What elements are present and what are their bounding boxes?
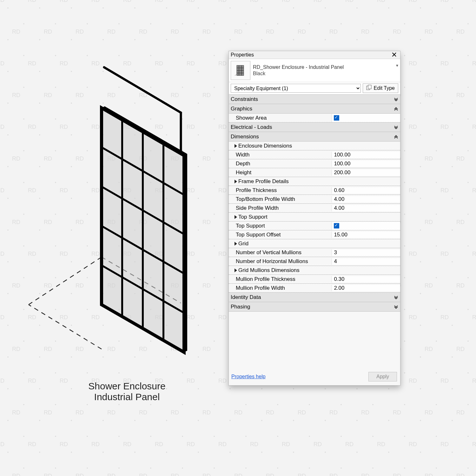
expand-icon <box>394 294 398 301</box>
apply-button[interactable]: Apply <box>368 372 397 381</box>
param-label: Top/Bottom Profile Width <box>229 196 332 202</box>
param-shower-area: Shower Area <box>229 114 400 122</box>
group-label: Graphics <box>231 106 252 112</box>
subgroup-frame-profile-details[interactable]: Frame Profile Details <box>229 177 400 186</box>
param-top-bottom-profile-width: Top/Bottom Profile Width4.00 <box>229 195 400 204</box>
triangle-right-icon <box>235 180 237 183</box>
param-label: Number of Horizontal Mullions <box>229 258 332 265</box>
param-label: Mullion Profile Width <box>229 285 332 291</box>
category-filter-dropdown[interactable]: Specialty Equipment (1) <box>231 84 361 93</box>
model-caption: Shower Enclosure Industrial Panel <box>63 381 190 402</box>
param-label: Top Support <box>229 223 332 229</box>
param-width: Width100.00 <box>229 150 400 159</box>
type-selector[interactable]: RD_Shower Enclosure - Industrial Panel B… <box>229 59 400 82</box>
subgroup-grid-mullions-dimensions[interactable]: Grid Mullions Dimensions <box>229 266 400 275</box>
group-label: Electrical - Loads <box>231 124 272 130</box>
svg-line-1 <box>29 257 102 305</box>
param-number-of-horizontal-mullions: Number of Horizontal Mullions4 <box>229 257 400 266</box>
param-height: Height200.00 <box>229 168 400 177</box>
param-label: Depth <box>229 161 332 167</box>
properties-grid: ConstraintsGraphicsShower AreaElectrical… <box>229 95 400 312</box>
collapse-icon <box>394 133 398 140</box>
caption-line2: Industrial Panel <box>63 392 190 402</box>
triangle-right-icon <box>235 268 237 272</box>
model-3d-view <box>25 60 222 378</box>
param-value-height[interactable]: 200.00 <box>332 169 400 176</box>
param-label: Height <box>229 169 332 176</box>
chevron-down-icon[interactable]: ▾ <box>396 63 398 68</box>
properties-panel: Properties ✕ RD_Shower Enclosure - Indus… <box>228 51 400 386</box>
checkbox-checked-icon[interactable] <box>334 223 339 228</box>
svg-line-14 <box>104 67 181 113</box>
group-phasing[interactable]: Phasing <box>229 302 400 312</box>
triangle-right-icon <box>235 144 237 148</box>
svg-rect-24 <box>368 85 371 89</box>
expand-icon <box>394 303 398 310</box>
triangle-right-icon <box>235 215 237 219</box>
param-value-top-bottom-profile-width[interactable]: 4.00 <box>332 196 400 202</box>
type-thumbnail <box>231 61 250 80</box>
subgroup-top-support[interactable]: Top Support <box>229 213 400 221</box>
param-value-mullion-profile-thickness[interactable]: 0.30 <box>332 276 400 282</box>
param-label: Profile Thickness <box>229 187 332 194</box>
edit-type-button[interactable]: Edit Type <box>363 83 398 93</box>
param-label: Top Support Offset <box>229 232 332 238</box>
param-label: Side Profile Width <box>229 205 332 211</box>
group-electrical-loads[interactable]: Electrical - Loads <box>229 122 400 132</box>
caption-line1: Shower Enclosure <box>63 381 190 392</box>
param-value-shower-area[interactable] <box>332 114 400 122</box>
expand-icon <box>394 123 398 131</box>
param-label: Mullion Profile Thickness <box>229 276 332 282</box>
svg-marker-12 <box>184 154 187 352</box>
param-mullion-profile-thickness: Mullion Profile Thickness0.30 <box>229 275 400 284</box>
param-label: Width <box>229 152 332 158</box>
subgroup-label: Frame Profile Details <box>229 178 330 185</box>
group-identity-data[interactable]: Identity Data <box>229 293 400 302</box>
group-graphics[interactable]: Graphics <box>229 104 400 114</box>
expand-icon <box>394 96 398 103</box>
group-label: Phasing <box>231 304 250 310</box>
subgroup-label: Grid Mullions Dimensions <box>229 267 330 274</box>
group-label: Identity Data <box>231 294 261 301</box>
param-top-support: Top Support <box>229 221 400 230</box>
param-value-side-profile-width[interactable]: 4.00 <box>332 205 400 211</box>
subgroup-label: Grid <box>229 241 330 247</box>
subgroup-enclosure-dimensions[interactable]: Enclosure Dimensions <box>229 142 400 150</box>
group-label: Dimensions <box>231 134 259 140</box>
param-profile-thickness: Profile Thickness0.60 <box>229 186 400 195</box>
param-value-profile-thickness[interactable]: 0.60 <box>332 187 400 194</box>
param-value-mullion-profile-width[interactable]: 2.00 <box>332 285 400 291</box>
group-label: Constraints <box>231 96 258 102</box>
edit-type-icon <box>366 85 372 92</box>
properties-help-link[interactable]: Properties help <box>231 374 266 380</box>
group-dimensions[interactable]: Dimensions <box>229 132 400 142</box>
param-label: Number of Vertical Mullions <box>229 249 332 256</box>
param-value-top-support-offset[interactable]: 15.00 <box>332 232 400 238</box>
param-mullion-profile-width: Mullion Profile Width2.00 <box>229 284 400 293</box>
type-name: RD_Shower Enclosure - Industrial Panel <box>253 64 393 70</box>
param-value-number-of-horizontal-mullions[interactable]: 4 <box>332 258 400 265</box>
properties-titlebar[interactable]: Properties ✕ <box>229 51 400 59</box>
param-value-number-of-vertical-mullions[interactable]: 3 <box>332 249 400 256</box>
group-constraints[interactable]: Constraints <box>229 95 400 104</box>
param-value-width[interactable]: 100.00 <box>332 152 400 158</box>
param-top-support-offset: Top Support Offset15.00 <box>229 230 400 239</box>
param-value-depth[interactable]: 100.00 <box>332 161 400 167</box>
param-side-profile-width: Side Profile Width4.00 <box>229 204 400 213</box>
type-variant: Black <box>253 70 393 77</box>
param-label: Shower Area <box>229 115 332 121</box>
checkbox-checked-icon[interactable] <box>334 115 339 121</box>
svg-line-0 <box>29 305 102 349</box>
edit-type-label: Edit Type <box>374 85 395 91</box>
subgroup-grid[interactable]: Grid <box>229 239 400 248</box>
param-value-top-support[interactable] <box>332 222 400 230</box>
collapse-icon <box>394 105 398 112</box>
subgroup-label: Top Support <box>229 214 330 220</box>
subgroup-label: Enclosure Dimensions <box>229 143 330 149</box>
param-number-of-vertical-mullions: Number of Vertical Mullions3 <box>229 248 400 257</box>
triangle-right-icon <box>235 242 237 246</box>
close-icon[interactable]: ✕ <box>390 52 398 57</box>
panel-title: Properties <box>231 52 254 58</box>
param-depth: Depth100.00 <box>229 159 400 168</box>
